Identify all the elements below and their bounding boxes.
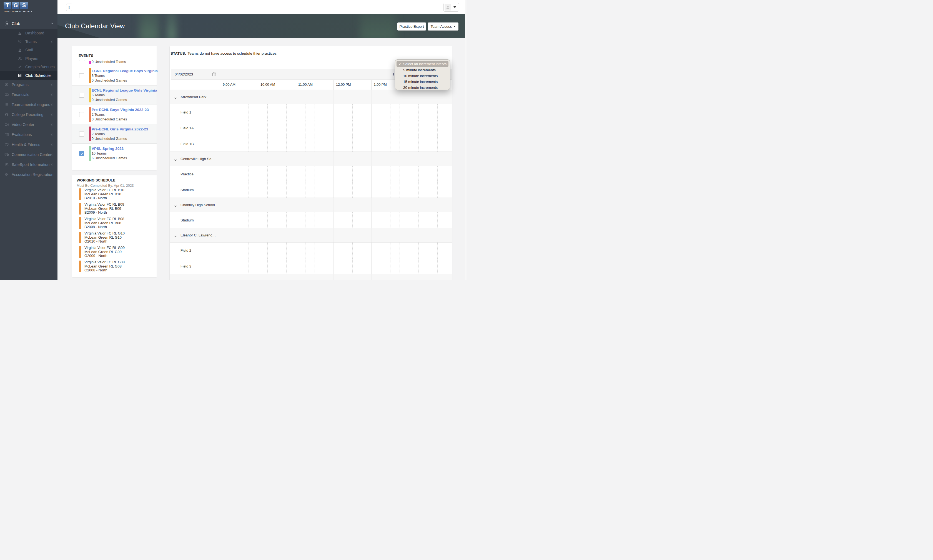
quarter-gridline: [418, 105, 419, 120]
increment-option[interactable]: 15 minute increments: [395, 79, 450, 85]
event-teams-count: 6 Teams: [92, 74, 155, 78]
sidebar-item-college-recruiting[interactable]: College Recruiting: [0, 109, 57, 120]
working-schedule-entry[interactable]: Virginia Valor FC RL G10 McLean Green RL…: [79, 231, 154, 244]
hour-gridline: [447, 136, 447, 152]
schedule-grid-cell[interactable]: [220, 152, 452, 166]
date-picker-icon[interactable]: [212, 72, 217, 77]
hour-gridline: [371, 243, 372, 258]
venue-name: Arrowhead Park: [180, 95, 206, 99]
schedule-grid-cell[interactable]: [220, 198, 452, 212]
sidebar-item-complex-venues[interactable]: Complex/Venues: [0, 63, 57, 71]
schedule-grid-cell[interactable]: [220, 136, 452, 152]
chevron-down-icon[interactable]: [174, 96, 177, 98]
tgs-logo[interactable]: T G S TOTAL GLOBAL SPORTS: [4, 2, 54, 12]
venue-group-cell[interactable]: Arrowhead Park: [170, 90, 220, 104]
venue-group-cell[interactable]: Chantilly High School: [170, 198, 220, 212]
venue-group-cell[interactable]: Eleanor C. Lawrenc…: [170, 228, 220, 242]
date-input[interactable]: 04/02/2023: [175, 72, 193, 76]
field-row-practice: Practice: [170, 166, 452, 182]
entry-division: B2009 - North: [85, 211, 154, 215]
event-checkbox[interactable]: [79, 151, 84, 156]
entry-division: G2008 - North: [85, 268, 154, 272]
increment-select-partially-hidden[interactable]: T: [392, 72, 395, 76]
user-menu-button[interactable]: [443, 3, 459, 12]
sidebar-item-health-fitness[interactable]: Health & Fitness: [0, 140, 57, 149]
sidebar-item-financials[interactable]: Financials: [0, 90, 57, 100]
caret-down-icon: [453, 26, 456, 27]
hour-gridline: [296, 120, 296, 136]
increment-option[interactable]: 20 minute increments: [395, 85, 450, 91]
venue-group-cell[interactable]: [170, 274, 220, 280]
increment-option[interactable]: 5 minute increments: [395, 67, 450, 73]
schedule-grid-cell[interactable]: [220, 90, 452, 104]
working-schedule-entry[interactable]: Virginia Valor FC RL B09 McLean Green RL…: [79, 203, 154, 215]
event-checkbox-clipped[interactable]: [79, 60, 85, 62]
sidebar-item-teams[interactable]: Teams: [0, 37, 57, 46]
schedule-grid-cell[interactable]: [220, 166, 452, 182]
sidebar-item-safesport-information[interactable]: SafeSport Information: [0, 160, 57, 169]
sidebar-item-evaluations[interactable]: Evaluations: [0, 129, 57, 140]
sidebar: T G S TOTAL GLOBAL SPORTS Club Dashboard…: [0, 0, 57, 280]
increment-dropdown-options: 5 minute increments10 minute increments1…: [395, 67, 450, 91]
sidebar-item-staff[interactable]: Staff: [0, 46, 57, 54]
sidebar-item-club[interactable]: Club: [0, 18, 57, 29]
page-scrollbar[interactable]: [465, 0, 467, 280]
quarter-gridline: [381, 105, 381, 120]
venue-group-cell[interactable]: Centreville High Sc…: [170, 152, 220, 166]
event-title-link[interactable]: VPSL Spring 2023: [92, 146, 155, 151]
increment-option[interactable]: 10 minute increments: [395, 73, 450, 79]
quarter-gridline: [381, 120, 381, 136]
schedule-grid-cell[interactable]: [220, 212, 452, 228]
hour-gridline: [258, 136, 258, 152]
sidebar-item-club-scheduler[interactable]: Club Scheduler: [0, 71, 57, 80]
field-row-field-1a: Field 1A: [170, 120, 452, 136]
event-checkbox[interactable]: [79, 132, 84, 137]
schedule-grid-cell[interactable]: [220, 182, 452, 198]
team-access-button[interactable]: Team Access: [428, 23, 458, 31]
working-schedule-deadline: Must Be Completed By: Apr 01, 2023: [77, 184, 134, 188]
sidebar-item-programs[interactable]: Programs: [0, 80, 57, 90]
event-title-link[interactable]: Pre-ECNL Boys Virginia 2022-23: [92, 108, 155, 112]
sidebar-item-dashboard[interactable]: Dashboard: [0, 29, 57, 37]
sidebar-item-tournaments-leagues[interactable]: Tournaments/Leagues: [0, 100, 57, 109]
entry-away-team: McLean Green RL G10: [85, 235, 154, 240]
schedule-grid-cell[interactable]: [220, 228, 452, 242]
sidebar-item-players[interactable]: Players: [0, 54, 57, 63]
event-checkbox[interactable]: [79, 112, 84, 117]
increment-dropdown-selected[interactable]: ✓ Select an increment interval: [396, 61, 449, 67]
event-title-link[interactable]: Pre-ECNL Girls Virginia 2022-23: [92, 127, 155, 131]
practice-export-button[interactable]: Practice Export: [397, 23, 426, 31]
field-name-cell: Practice: [170, 166, 220, 182]
event-color-bar: [89, 68, 91, 83]
quarter-gridline: [315, 182, 315, 198]
working-schedule-entry[interactable]: Virginia Valor FC RL B10 McLean Green RL…: [79, 188, 154, 200]
schedule-grid-cell[interactable]: [220, 274, 452, 280]
event-checkbox[interactable]: [79, 93, 84, 98]
chevron-down-icon[interactable]: [174, 158, 177, 160]
event-checkbox[interactable]: [79, 73, 84, 78]
chevron-left-icon: [50, 153, 53, 156]
chevron-down-icon[interactable]: [174, 204, 177, 206]
chevron-down-icon[interactable]: [174, 234, 177, 237]
working-schedule-entry[interactable]: Virginia Valor FC RL B08 McLean Green RL…: [79, 217, 154, 229]
logo-letter: S: [20, 2, 28, 9]
hour-gridline: [258, 212, 258, 228]
sidebar-item-association-registration[interactable]: Association Registration: [0, 169, 57, 180]
hour-gridline: [258, 152, 258, 166]
schedule-grid-cell[interactable]: [220, 105, 452, 120]
event-title-link[interactable]: ECNL Regional League Boys Virginia: [92, 69, 155, 73]
sidebar-item-video-center[interactable]: Video Center: [0, 120, 57, 129]
working-schedule-entry[interactable]: Virginia Valor FC RL G08 McLean Green RL…: [79, 260, 154, 272]
schedule-grid-cell[interactable]: [220, 120, 452, 136]
kebab-menu-button[interactable]: ⋮: [66, 4, 72, 11]
increment-dropdown: ✓ Select an increment interval 5 minute …: [395, 59, 450, 90]
quarter-gridline: [381, 243, 381, 258]
schedule-entry-color-bar: [79, 246, 81, 258]
working-schedule-entry[interactable]: Virginia Valor FC RL G09 McLean Green RL…: [79, 246, 154, 258]
schedule-grid-cell[interactable]: [220, 258, 452, 274]
people-icon: [18, 56, 22, 60]
sidebar-item-communication-center[interactable]: Communication Center: [0, 149, 57, 160]
event-title-link[interactable]: ECNL Regional League Girls Virginia: [92, 88, 155, 92]
schedule-entry-color-bar: [79, 188, 81, 200]
schedule-grid-cell[interactable]: [220, 243, 452, 258]
